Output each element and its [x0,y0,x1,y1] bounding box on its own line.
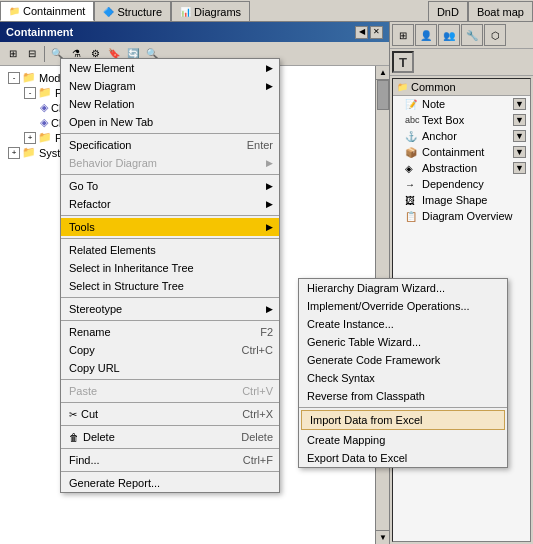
textbox-label: Text Box [422,114,464,126]
imageshape-label: Image Shape [422,194,487,206]
right-panel-toolbar-top: ⊞ 👤 👥 🔧 ⬡ [390,22,533,49]
behavior-arrow: ▶ [266,158,273,168]
rename-shortcut: F2 [260,326,273,338]
menu-item-behavior-diagram: Behavior Diagram ▶ [61,154,279,172]
rp-common-label: Common [411,81,456,93]
menu-item-find[interactable]: Find... Ctrl+F [61,451,279,469]
diagrams-tab-icon: 📊 [180,7,191,17]
menu-separator-8 [61,402,279,403]
cut-shortcut: Ctrl+X [242,408,273,420]
textbox-dropdown[interactable]: ▼ [513,114,526,126]
containment-dropdown[interactable]: ▼ [513,146,526,158]
tools-item-hierarchy[interactable]: Hierarchy Diagram Wizard... [299,279,507,297]
find-shortcut: Ctrl+F [243,454,273,466]
tools-separator [299,407,507,408]
menu-item-related-elements[interactable]: Related Elements [61,241,279,259]
menu-item-generate-report[interactable]: Generate Report... [61,474,279,492]
containment-rp-label: Containment [422,146,484,158]
rp-item-diagramoverview[interactable]: 📋 Diagram Overview [393,208,530,224]
dependency-label: Dependency [422,178,484,190]
menu-item-tools[interactable]: Tools ▶ [61,218,279,236]
rp-item-abstraction[interactable]: ◈ Abstraction ▼ [393,160,530,176]
stereotype-arrow: ▶ [266,304,273,314]
tab-diagrams[interactable]: 📊 Diagrams [171,1,250,21]
rp-item-textbox[interactable]: abc Text Box ▼ [393,112,530,128]
menu-item-stereotype[interactable]: Stereotype ▶ [61,300,279,318]
rp-item-anchor[interactable]: ⚓ Anchor ▼ [393,128,530,144]
rp-btn-2[interactable]: 👤 [415,24,437,46]
anchor-icon: ⚓ [405,131,419,142]
menu-separator-9 [61,425,279,426]
menu-item-copy[interactable]: Copy Ctrl+C [61,341,279,359]
rp-btn-5[interactable]: ⬡ [484,24,506,46]
rp-text-btn[interactable]: T [392,51,414,73]
rp-btn-3[interactable]: 👥 [438,24,460,46]
copy-shortcut: Ctrl+C [242,344,273,356]
cut-icon: ✂ [69,409,77,420]
menu-item-rename[interactable]: Rename F2 [61,323,279,341]
menu-item-copyurl[interactable]: Copy URL [61,359,279,377]
tb-add-btn[interactable]: ⊞ [4,45,22,63]
rp-item-containment[interactable]: 📦 Containment ▼ [393,144,530,160]
delete-icon: 🗑 [69,432,79,443]
tools-item-create-mapping[interactable]: Create Mapping [299,431,507,449]
tools-item-check-syntax[interactable]: Check Syntax [299,369,507,387]
menu-item-specification[interactable]: Specification Enter [61,136,279,154]
menu-separator-7 [61,379,279,380]
containment-icon: 📦 [405,147,419,158]
diagramoverview-icon: 📋 [405,211,419,222]
tools-item-gen-code[interactable]: Generate Code Framework [299,351,507,369]
tab-dnd[interactable]: DnD [428,1,468,21]
menu-item-new-element[interactable]: New Element ▶ [61,59,279,77]
menu-separator-2 [61,174,279,175]
menu-item-refactor[interactable]: Refactor ▶ [61,195,279,213]
boatmap-tab-label: Boat map [477,6,524,18]
scrollbar-up-btn[interactable]: ▲ [376,66,389,80]
menu-item-cut[interactable]: ✂ Cut Ctrl+X [61,405,279,423]
menu-item-new-relation[interactable]: New Relation [61,95,279,113]
rp-btn-4[interactable]: 🔧 [461,24,483,46]
panel-close-btn[interactable]: ✕ [370,26,383,39]
arrow-icon: ▶ [266,81,273,91]
containment-tab-icon: 📁 [9,6,20,16]
tools-item-reverse[interactable]: Reverse from Classpath [299,387,507,405]
menu-item-select-structure[interactable]: Select in Structure Tree [61,277,279,295]
panel-minimize-btn[interactable]: ◀ [355,26,368,39]
menu-item-select-inheritance[interactable]: Select in Inheritance Tree [61,259,279,277]
tools-item-generic-table[interactable]: Generic Table Wizard... [299,333,507,351]
abstraction-label: Abstraction [422,162,477,174]
scrollbar-down-btn[interactable]: ▼ [376,530,389,544]
tb-remove-btn[interactable]: ⊟ [23,45,41,63]
note-label: Note [422,98,445,110]
abstraction-dropdown[interactable]: ▼ [513,162,526,174]
scrollbar-thumb[interactable] [377,80,389,110]
tools-arrow: ▶ [266,222,273,232]
anchor-label: Anchor [422,130,457,142]
rp-item-note[interactable]: 📝 Note ▼ [393,96,530,112]
menu-item-new-diagram[interactable]: New Diagram ▶ [61,77,279,95]
menu-item-delete[interactable]: 🗑 Delete Delete [61,428,279,446]
tools-submenu: Hierarchy Diagram Wizard... Implement/Ov… [298,278,508,468]
menu-separator-1 [61,133,279,134]
rp-btn-1[interactable]: ⊞ [392,24,414,46]
note-icon: 📝 [405,99,419,110]
anchor-dropdown[interactable]: ▼ [513,130,526,142]
rp-section-header-common: 📁 Common [393,79,530,96]
rp-item-dependency[interactable]: → Dependency [393,176,530,192]
structure-tab-icon: 🔷 [103,7,114,17]
tools-item-implement[interactable]: Implement/Override Operations... [299,297,507,315]
menu-item-goto[interactable]: Go To ▶ 5V [61,177,279,195]
tools-item-export-excel[interactable]: Export Data to Excel [299,449,507,467]
imageshape-icon: 🖼 [405,195,419,206]
goto-arrow: ▶ [266,181,273,191]
tab-structure[interactable]: 🔷 Structure [94,1,171,21]
arrow-icon: ▶ [266,63,273,73]
note-dropdown[interactable]: ▼ [513,98,526,110]
menu-item-open-new-tab[interactable]: Open in New Tab [61,113,279,131]
tab-boatmap[interactable]: Boat map [468,1,533,21]
rp-item-imageshape[interactable]: 🖼 Image Shape [393,192,530,208]
dnd-tab-label: DnD [437,6,459,18]
tools-item-import-excel[interactable]: Import Data from Excel [301,410,505,430]
tools-item-create-instance[interactable]: Create Instance... [299,315,507,333]
tab-containment[interactable]: 📁 Containment [0,1,94,21]
